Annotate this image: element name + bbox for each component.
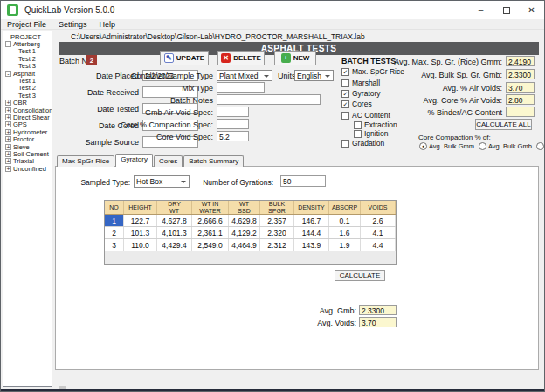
checkbox-marshall[interactable]: Marshall bbox=[341, 79, 380, 87]
row-number-cell[interactable]: 1 bbox=[105, 215, 124, 226]
expand-icon[interactable]: + bbox=[5, 107, 11, 113]
calculate-button[interactable]: CALCULATE bbox=[335, 270, 385, 281]
batch-notes-field[interactable] bbox=[217, 94, 321, 105]
tab-batch-summary[interactable]: Batch Summary bbox=[183, 155, 244, 167]
table-cell[interactable]: 2.320 bbox=[260, 227, 294, 238]
table-cell[interactable]: 2.312 bbox=[260, 239, 294, 251]
mix-type-field[interactable] bbox=[217, 82, 265, 93]
column-header-height[interactable]: HEIGHT bbox=[124, 201, 157, 214]
radio-na[interactable]: N/A bbox=[536, 142, 545, 150]
avg-gmb-label: Avg. Gmb: bbox=[304, 306, 356, 315]
avg-max-spgr-rice-gmm-field[interactable]: 2.4190 bbox=[506, 56, 535, 66]
minimize-button[interactable]: – bbox=[468, 1, 493, 19]
expand-icon[interactable]: + bbox=[5, 144, 11, 150]
checkbox-ignition[interactable]: Ignition bbox=[354, 129, 388, 138]
number-of-gyrations-field[interactable]: 50 bbox=[280, 175, 326, 187]
column-header-no[interactable]: NO bbox=[105, 201, 124, 214]
sampled-type-dropdown[interactable]: Hot Box bbox=[134, 175, 190, 188]
calculate-all-button[interactable]: CALCULATE ALL bbox=[475, 119, 532, 130]
table-cell[interactable]: 4.1 bbox=[361, 227, 396, 238]
table-cell[interactable]: 101.3 bbox=[124, 227, 157, 238]
table-cell[interactable]: 146.7 bbox=[294, 215, 329, 226]
table-cell[interactable]: 110.0 bbox=[124, 239, 157, 251]
tab-cores[interactable]: Cores bbox=[154, 155, 183, 167]
table-cell[interactable]: 4,627.8 bbox=[157, 215, 192, 226]
collapse-icon[interactable]: - bbox=[5, 71, 11, 77]
table-cell[interactable]: 4.4 bbox=[361, 239, 396, 251]
table-cell[interactable]: 2.6 bbox=[361, 215, 396, 226]
tab-gyratory[interactable]: Gyratory bbox=[115, 154, 153, 167]
table-cell[interactable]: 2,361.1 bbox=[192, 227, 229, 238]
close-button[interactable]: ✕ bbox=[519, 1, 544, 19]
table-cell[interactable]: 4,429.4 bbox=[157, 239, 192, 251]
tree-item-direct-shear[interactable]: +Direct Shear bbox=[3, 113, 52, 120]
menu-help[interactable]: Help bbox=[93, 19, 122, 29]
tree-item-unconfined[interactable]: +Unconfined bbox=[3, 165, 52, 172]
binder-ac-content-field[interactable] bbox=[506, 107, 535, 117]
table-row[interactable]: 2 101.3 4,101.3 2,361.1 4,129.2 2.320 14… bbox=[105, 227, 396, 239]
table-cell[interactable]: 4,464.9 bbox=[229, 239, 260, 251]
menu-settings[interactable]: Settings bbox=[52, 19, 93, 29]
table-row[interactable]: 3 110.0 4,429.4 2,549.0 4,464.9 2.312 14… bbox=[105, 239, 396, 251]
expand-icon[interactable]: + bbox=[5, 114, 11, 120]
avg-air-voids-label: Avg. % Air Voids: bbox=[385, 84, 502, 93]
column-header-wt-in-water[interactable]: WT IN WATER bbox=[192, 201, 229, 214]
avg-voids-field[interactable]: 3.70 bbox=[359, 317, 397, 327]
sampled-type-value: Hot Box bbox=[136, 177, 162, 186]
update-button[interactable]: ✎ UPDATE bbox=[160, 51, 209, 65]
expand-icon[interactable]: + bbox=[5, 136, 11, 142]
table-row[interactable]: 1 122.7 4,627.8 2,666.6 4,629.8 2.357 14… bbox=[105, 215, 396, 227]
table-cell[interactable]: 144.4 bbox=[294, 227, 329, 238]
menu-project-file[interactable]: Project File bbox=[1, 19, 52, 29]
checkbox-cores[interactable]: ✓Cores bbox=[341, 100, 372, 108]
table-cell[interactable]: 143.9 bbox=[294, 239, 329, 251]
table-cell[interactable]: 4,629.8 bbox=[229, 215, 260, 226]
table-cell[interactable]: 0.1 bbox=[329, 215, 361, 226]
column-header-absorp[interactable]: ABSORP bbox=[329, 201, 361, 214]
checkbox-ac-content[interactable]: AC Content bbox=[341, 111, 390, 120]
column-header-wt-ssd[interactable]: WT SSD bbox=[229, 201, 260, 214]
table-cell[interactable]: 2,549.0 bbox=[192, 239, 229, 251]
avg-core-air-voids-field[interactable]: 2.80 bbox=[506, 94, 535, 105]
expand-icon[interactable]: + bbox=[5, 129, 11, 135]
table-cell[interactable]: 1.9 bbox=[329, 239, 361, 251]
checkbox-extraction[interactable]: Extraction bbox=[354, 120, 397, 129]
new-button[interactable]: + NEW bbox=[274, 51, 316, 65]
collapse-icon[interactable]: - bbox=[5, 41, 11, 47]
checkbox-gyratory[interactable]: ✓Gyratory bbox=[341, 89, 381, 98]
radio-avg-bulk-gmb[interactable]: Avg. Bulk Gmb bbox=[479, 142, 532, 150]
column-header-voids[interactable]: VOIDS bbox=[361, 201, 396, 214]
units-dropdown[interactable]: English bbox=[294, 70, 334, 81]
table-cell[interactable]: 2.357 bbox=[260, 215, 294, 226]
radio-avg-bulk-gmm[interactable]: ●Avg. Bulk Gmm bbox=[419, 142, 474, 150]
expand-icon[interactable]: + bbox=[5, 151, 11, 157]
avg-bulk-spgr-gmb-field[interactable]: 2.3300 bbox=[506, 69, 535, 79]
expand-icon[interactable]: + bbox=[5, 158, 11, 164]
table-cell[interactable]: 122.7 bbox=[124, 215, 157, 226]
expand-icon[interactable]: + bbox=[5, 121, 11, 127]
avg-gmb-field[interactable]: 2.3300 bbox=[359, 305, 397, 315]
column-header-density[interactable]: DENSITY bbox=[294, 201, 329, 214]
table-cell[interactable]: 4,101.3 bbox=[157, 227, 192, 238]
column-header-dry-wt[interactable]: DRY WT bbox=[157, 201, 192, 214]
expand-icon[interactable]: + bbox=[5, 166, 11, 172]
container-sample-type-value: Plant Mixed bbox=[219, 72, 258, 80]
container-sample-type-dropdown[interactable]: Plant Mixed bbox=[217, 70, 272, 81]
table-cell[interactable]: 2,666.6 bbox=[192, 215, 229, 226]
maximize-button[interactable] bbox=[493, 1, 519, 19]
checkbox-gradation[interactable]: Gradation bbox=[341, 139, 384, 148]
update-button-label: UPDATE bbox=[176, 54, 204, 62]
row-number-cell[interactable]: 3 bbox=[105, 239, 124, 251]
core-compaction-spec-field[interactable] bbox=[217, 119, 249, 129]
avg-air-voids-field[interactable]: 3.70 bbox=[506, 82, 535, 93]
tab-max-spgr-rice[interactable]: Max SpGr Rice bbox=[57, 155, 114, 167]
tree-item-test-3[interactable]: Test 3 bbox=[3, 92, 52, 99]
row-number-cell[interactable]: 2 bbox=[105, 227, 124, 238]
table-cell[interactable]: 1.6 bbox=[329, 227, 361, 238]
gmb-air-void-spec-field[interactable] bbox=[217, 107, 249, 117]
core-void-spec-field[interactable]: 5.2 bbox=[217, 131, 249, 141]
expand-icon[interactable]: + bbox=[5, 100, 11, 106]
delete-button[interactable]: ✕ DELETE bbox=[217, 51, 265, 65]
table-cell[interactable]: 4,129.2 bbox=[229, 227, 260, 238]
column-header-bulk-spgr[interactable]: BULK SPGR bbox=[260, 201, 294, 214]
